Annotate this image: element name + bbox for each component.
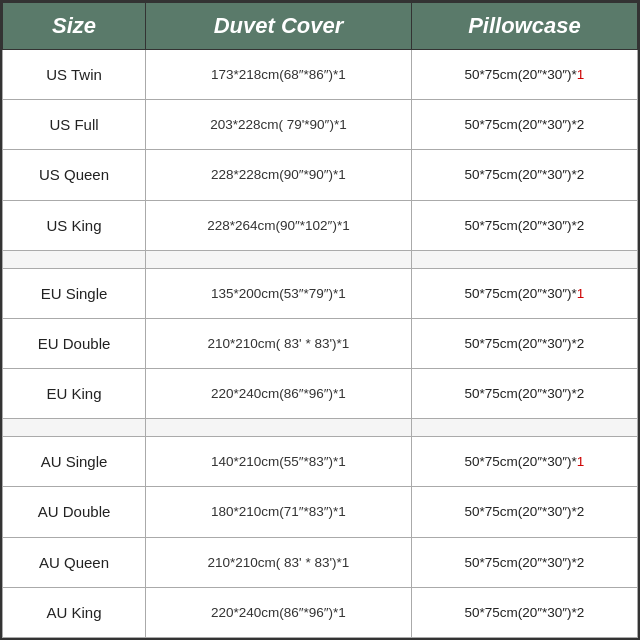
spacer-cell xyxy=(3,250,146,268)
table-row: AU King220*240cm(86″*96″)*150*75cm(20″*3… xyxy=(3,587,638,637)
size-cell: US King xyxy=(3,200,146,250)
size-cell: US Full xyxy=(3,100,146,150)
header-duvet: Duvet Cover xyxy=(146,3,412,50)
duvet-cell: 228*228cm(90″*90″)*1 xyxy=(146,150,412,200)
pillow-count: 2 xyxy=(577,218,585,233)
duvet-cell: 180*210cm(71″*83″)*1 xyxy=(146,487,412,537)
spacer-cell xyxy=(411,419,637,437)
pillow-cell: 50*75cm(20″*30″)*2 xyxy=(411,150,637,200)
header-size: Size xyxy=(3,3,146,50)
size-cell: AU Single xyxy=(3,437,146,487)
duvet-cell: 220*240cm(86″*96″)*1 xyxy=(146,369,412,419)
table-row: EU King220*240cm(86″*96″)*150*75cm(20″*3… xyxy=(3,369,638,419)
pillow-cell: 50*75cm(20″*30″)*2 xyxy=(411,200,637,250)
pillow-count: 1 xyxy=(577,454,585,469)
table-row xyxy=(3,250,638,268)
pillow-cell: 50*75cm(20″*30″)*1 xyxy=(411,437,637,487)
duvet-cell: 135*200cm(53″*79″)*1 xyxy=(146,268,412,318)
size-cell: EU King xyxy=(3,369,146,419)
spacer-cell xyxy=(146,250,412,268)
pillow-cell: 50*75cm(20″*30″)*1 xyxy=(411,268,637,318)
spacer-cell xyxy=(146,419,412,437)
duvet-cell: 173*218cm(68″*86″)*1 xyxy=(146,50,412,100)
pillow-text: 50*75cm(20″*30″)* xyxy=(464,386,576,401)
duvet-cell: 210*210cm( 83' * 83')*1 xyxy=(146,537,412,587)
pillow-text: 50*75cm(20″*30″)* xyxy=(464,336,576,351)
size-cell: AU Queen xyxy=(3,537,146,587)
pillow-cell: 50*75cm(20″*30″)*2 xyxy=(411,487,637,537)
pillow-cell: 50*75cm(20″*30″)*1 xyxy=(411,50,637,100)
pillow-count: 2 xyxy=(577,605,585,620)
table-row: US King228*264cm(90″*102″)*150*75cm(20″*… xyxy=(3,200,638,250)
pillow-count: 1 xyxy=(577,67,585,82)
pillow-text: 50*75cm(20″*30″)* xyxy=(464,504,576,519)
table-row: AU Single140*210cm(55″*83″)*150*75cm(20″… xyxy=(3,437,638,487)
duvet-cell: 220*240cm(86″*96″)*1 xyxy=(146,587,412,637)
pillow-text: 50*75cm(20″*30″)* xyxy=(464,117,576,132)
size-cell: AU Double xyxy=(3,487,146,537)
pillow-count: 2 xyxy=(577,504,585,519)
table-row: US Full203*228cm( 79'*90″)*150*75cm(20″*… xyxy=(3,100,638,150)
pillow-text: 50*75cm(20″*30″)* xyxy=(464,167,576,182)
pillow-count: 2 xyxy=(577,167,585,182)
pillow-cell: 50*75cm(20″*30″)*2 xyxy=(411,369,637,419)
table-row: US Twin173*218cm(68″*86″)*150*75cm(20″*3… xyxy=(3,50,638,100)
size-cell: EU Single xyxy=(3,268,146,318)
table-row xyxy=(3,419,638,437)
pillow-text: 50*75cm(20″*30″)* xyxy=(464,454,576,469)
header-pillow: Pillowcase xyxy=(411,3,637,50)
duvet-cell: 140*210cm(55″*83″)*1 xyxy=(146,437,412,487)
duvet-cell: 210*210cm( 83' * 83')*1 xyxy=(146,318,412,368)
pillow-text: 50*75cm(20″*30″)* xyxy=(464,286,576,301)
duvet-cell: 203*228cm( 79'*90″)*1 xyxy=(146,100,412,150)
table-header: Size Duvet Cover Pillowcase xyxy=(3,3,638,50)
size-chart: Size Duvet Cover Pillowcase US Twin173*2… xyxy=(0,0,640,640)
pillow-cell: 50*75cm(20″*30″)*2 xyxy=(411,318,637,368)
spacer-cell xyxy=(3,419,146,437)
pillow-count: 2 xyxy=(577,117,585,132)
pillow-text: 50*75cm(20″*30″)* xyxy=(464,218,576,233)
pillow-count: 2 xyxy=(577,336,585,351)
duvet-cell: 228*264cm(90″*102″)*1 xyxy=(146,200,412,250)
table-row: US Queen228*228cm(90″*90″)*150*75cm(20″*… xyxy=(3,150,638,200)
pillow-cell: 50*75cm(20″*30″)*2 xyxy=(411,537,637,587)
table-row: AU Double180*210cm(71″*83″)*150*75cm(20″… xyxy=(3,487,638,537)
size-cell: AU King xyxy=(3,587,146,637)
size-cell: US Queen xyxy=(3,150,146,200)
size-cell: EU Double xyxy=(3,318,146,368)
table-row: EU Double210*210cm( 83' * 83')*150*75cm(… xyxy=(3,318,638,368)
pillow-text: 50*75cm(20″*30″)* xyxy=(464,555,576,570)
pillow-text: 50*75cm(20″*30″)* xyxy=(464,67,576,82)
spacer-cell xyxy=(411,250,637,268)
table-row: AU Queen210*210cm( 83' * 83')*150*75cm(2… xyxy=(3,537,638,587)
size-cell: US Twin xyxy=(3,50,146,100)
pillow-cell: 50*75cm(20″*30″)*2 xyxy=(411,587,637,637)
pillow-count: 2 xyxy=(577,555,585,570)
pillow-cell: 50*75cm(20″*30″)*2 xyxy=(411,100,637,150)
pillow-count: 1 xyxy=(577,286,585,301)
pillow-text: 50*75cm(20″*30″)* xyxy=(464,605,576,620)
table-row: EU Single135*200cm(53″*79″)*150*75cm(20″… xyxy=(3,268,638,318)
pillow-count: 2 xyxy=(577,386,585,401)
